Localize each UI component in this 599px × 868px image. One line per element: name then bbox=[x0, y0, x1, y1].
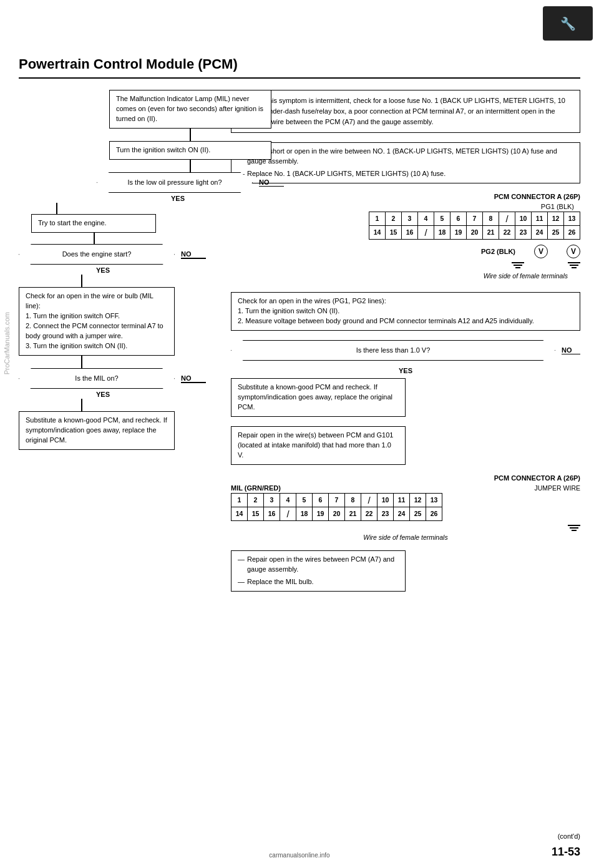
v-circle-2: V bbox=[567, 245, 580, 258]
gb-l2 bbox=[570, 527, 578, 529]
no-line-1 bbox=[259, 186, 284, 187]
flow-box-6-left-content: Substitute a known-good PCM, and recheck… bbox=[19, 411, 175, 450]
v-circle-1: V bbox=[534, 245, 548, 258]
b10: 10 bbox=[377, 493, 394, 507]
b23: 23 bbox=[377, 507, 394, 520]
no-branch-2: NO bbox=[181, 250, 206, 259]
c-slash1: / bbox=[499, 212, 515, 225]
conn-b-row-1: 1 2 3 4 5 6 7 8 / 10 11 12 13 bbox=[231, 493, 442, 507]
no-line-3 bbox=[562, 354, 580, 355]
vline-7 bbox=[81, 399, 82, 411]
logo-icon: 🔧 bbox=[560, 16, 576, 31]
c6: 6 bbox=[450, 212, 467, 225]
c12: 12 bbox=[548, 212, 564, 225]
c14: 14 bbox=[369, 225, 386, 239]
connector-tables: 1 2 3 4 5 6 7 8 / 10 bbox=[369, 212, 580, 268]
connector-bottom-diagram: JUMPER WIRE MIL (GRN/RED) 1 2 3 4 5 6 7 … bbox=[231, 484, 580, 541]
b20: 20 bbox=[329, 507, 345, 520]
b13: 13 bbox=[426, 493, 442, 507]
c20: 20 bbox=[467, 225, 483, 239]
b-slash1: / bbox=[361, 493, 377, 507]
diamond-2-shape: Does the engine start? bbox=[19, 244, 175, 265]
b26: 26 bbox=[426, 507, 442, 520]
conn-b-row-2: 14 15 16 / 18 19 20 21 22 23 24 25 bbox=[231, 507, 442, 520]
diamond-3-label: Is there less than 1.0 V? bbox=[231, 340, 555, 361]
side-watermark: ProCarManuals.com bbox=[3, 312, 11, 374]
no-label-3: NO bbox=[562, 346, 572, 354]
vline-1 bbox=[190, 129, 191, 141]
g2-l3 bbox=[572, 267, 577, 268]
yes-label-1: YES bbox=[171, 195, 185, 202]
b21: 21 bbox=[345, 507, 361, 520]
c4: 4 bbox=[418, 212, 434, 225]
connector-bottom-section: PCM CONNECTOR A (26P) JUMPER WIRE MIL (G… bbox=[231, 474, 580, 541]
connector-top-table-1: 1 2 3 4 5 6 7 8 / 10 bbox=[369, 212, 580, 240]
diamond-1-row: Is the low oil pressure light on? NO bbox=[97, 172, 284, 193]
flow-box-1: The Malfunction Indicator Lamp (MIL) nev… bbox=[109, 90, 271, 129]
jumper-label: JUMPER WIRE bbox=[535, 484, 581, 492]
ground-symbols bbox=[369, 261, 580, 268]
c13: 13 bbox=[564, 212, 580, 225]
contd-text: (cont'd) bbox=[558, 832, 580, 840]
g1-l3 bbox=[515, 267, 520, 268]
c11: 11 bbox=[532, 212, 548, 225]
b-slash2: / bbox=[280, 507, 296, 520]
g1-l1 bbox=[512, 262, 524, 263]
c24: 24 bbox=[532, 225, 548, 239]
c22: 22 bbox=[499, 225, 515, 239]
no-label-4: NO bbox=[181, 374, 192, 382]
vline-2 bbox=[190, 160, 191, 172]
yes-label-2-container: YES bbox=[0, 266, 206, 275]
box4-left-line3: 2. Connect the PCM connector terminal A7… bbox=[26, 321, 168, 341]
flow-box-2-content: Turn the ignition switch ON (II). bbox=[109, 141, 271, 160]
b6: 6 bbox=[313, 493, 329, 507]
c25: 25 bbox=[548, 225, 564, 239]
c2: 2 bbox=[386, 212, 402, 225]
diamond-1-wrapper: Is the low oil pressure light on? NO YES bbox=[97, 172, 284, 203]
mil-label: MIL (GRN/RED) bbox=[231, 484, 580, 492]
pg2-section: PG2 (BLK) V V bbox=[369, 245, 580, 258]
connector-rows-wrapper: 1 2 3 4 5 6 7 8 / 10 bbox=[369, 212, 580, 268]
conn-row-1: 1 2 3 4 5 6 7 8 / 10 bbox=[369, 212, 580, 225]
b25: 25 bbox=[410, 507, 426, 520]
page-container: 🔧 Powertrain Control Module (PCM) ProCar… bbox=[0, 0, 599, 868]
g2-l2 bbox=[570, 265, 578, 266]
yes-label-4: YES bbox=[96, 391, 110, 398]
no-line-4 bbox=[181, 382, 206, 383]
pg1-label: PG1 (BLK) bbox=[541, 203, 574, 210]
b11: 11 bbox=[394, 493, 410, 507]
b15: 15 bbox=[248, 507, 264, 520]
no-branch-3: NO bbox=[562, 346, 580, 355]
c16: 16 bbox=[402, 225, 418, 239]
g2-l1 bbox=[568, 262, 580, 263]
b4: 4 bbox=[280, 493, 296, 507]
ground-2 bbox=[568, 262, 580, 268]
vline-4 bbox=[94, 233, 95, 244]
box4-left-line4: 3. Turn the ignition switch ON (II). bbox=[26, 341, 168, 351]
diamond-4-row: Is the MIL on? NO bbox=[19, 368, 206, 389]
ground-bottom bbox=[231, 524, 580, 531]
b14: 14 bbox=[231, 507, 248, 520]
logo-area: 🔧 bbox=[543, 6, 593, 41]
flow-box-4-left-content: Check for an open in the wire or bulb (M… bbox=[19, 287, 175, 356]
diamond-1-label: Is the low oil pressure light on? bbox=[97, 172, 253, 193]
title-rule bbox=[19, 77, 580, 79]
no-branch-4: NO bbox=[181, 374, 206, 383]
main-content: The Malfunction Indicator Lamp (MIL) nev… bbox=[19, 90, 580, 776]
pg2-label: PG2 (BLK) bbox=[481, 248, 515, 255]
b8: 8 bbox=[345, 493, 361, 507]
wire-label-bottom: Wire side of female terminals bbox=[231, 534, 580, 541]
site-text: carmanualsonline.info bbox=[269, 852, 329, 859]
yes-label-4-container: YES bbox=[0, 390, 206, 399]
no-label-2: NO bbox=[181, 250, 192, 258]
diamond-2-label: Does the engine start? bbox=[19, 244, 175, 265]
box6-text: Substitute a known-good PCM, and recheck… bbox=[26, 416, 167, 444]
diamond-4-label: Is the MIL on? bbox=[19, 368, 175, 389]
b7: 7 bbox=[329, 493, 345, 507]
c18: 18 bbox=[434, 225, 450, 239]
b16: 16 bbox=[264, 507, 280, 520]
flow-box-4-left: Check for an open in the wire or bulb (M… bbox=[19, 287, 175, 356]
c21: 21 bbox=[483, 225, 499, 239]
c23: 23 bbox=[515, 225, 532, 239]
g1-l2 bbox=[514, 265, 522, 266]
